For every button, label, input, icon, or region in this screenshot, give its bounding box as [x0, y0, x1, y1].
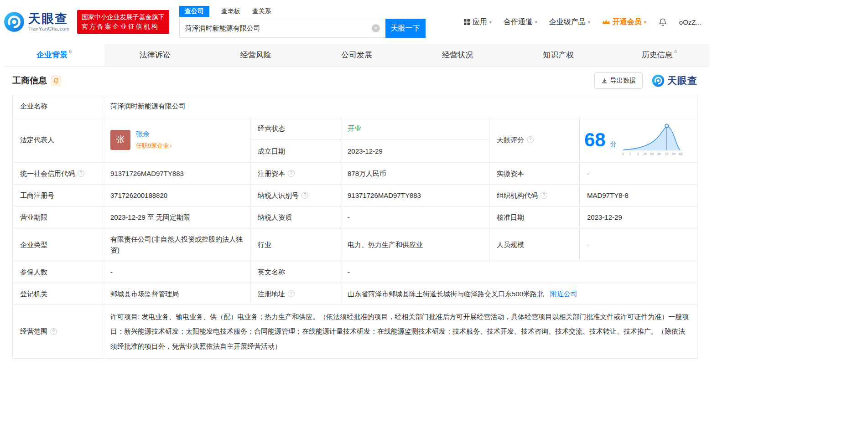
notification-bell-icon[interactable]	[658, 17, 667, 26]
label-established-date: 成立日期	[250, 140, 340, 163]
menu-enterprise-products[interactable]: 企业级产品 ▾	[549, 17, 590, 27]
nav-tab-count: 6	[69, 49, 72, 54]
nav-tab-development[interactable]: 公司发展	[306, 44, 407, 66]
value-company-type: 有限责任公司(非自然人投资或控股的法人独资)	[103, 228, 250, 261]
search-tab-company[interactable]: 查公司	[179, 6, 209, 17]
tianyancha-watermark-icon	[652, 74, 665, 87]
business-info-table: 企业名称 菏泽润时新能源有限公司 法定代表人 张 张余 任职9家企业 ›	[12, 95, 697, 359]
label-paid-capital: 实缴资本	[489, 163, 580, 185]
label-insured-count: 参保人数	[13, 261, 103, 283]
svg-text:85: 85	[657, 152, 661, 155]
nav-tab-ip[interactable]: 知识产权	[508, 44, 609, 66]
value-taxpayer-id: 91371726MAD97TY883	[340, 185, 489, 206]
value-established-date: 2023-12-29	[340, 140, 489, 163]
nearby-companies-link[interactable]: 附近公司	[550, 289, 577, 299]
help-icon[interactable]: ?	[527, 136, 534, 143]
svg-text:15: 15	[643, 152, 647, 155]
clear-icon[interactable]: ×	[372, 24, 380, 32]
menu-apps[interactable]: 应用 ▾	[463, 17, 492, 27]
section-title: 工商信息	[12, 75, 47, 87]
help-icon[interactable]: ?	[541, 192, 547, 199]
label-taxpayer-quality: 纳税人资质	[250, 206, 340, 228]
value-taxpayer-quality: -	[340, 206, 489, 228]
svg-text:1: 1	[629, 152, 631, 155]
nav-tab-label: 企业背景	[36, 50, 68, 60]
user-account[interactable]: oOzZ...	[679, 18, 702, 26]
label-english-name: 英文名称	[250, 261, 340, 283]
chevron-down-icon: ▾	[644, 20, 646, 25]
table-row: 经营范围 ? 许可项目: 发电业务、输电业务、供（配）电业务；热力生产和供应。（…	[13, 305, 697, 359]
value-english-name: -	[340, 261, 697, 283]
label-industry: 行业	[250, 228, 340, 261]
table-row: 登记机关 鄄城县市场监督管理局 注册地址 ? 山东省菏泽市鄄城县陈王街道长城街与…	[13, 283, 697, 305]
legal-rep-positions-label: 任职9家企业	[136, 141, 169, 151]
menu-cooperation[interactable]: 合作通道 ▾	[504, 17, 537, 27]
nav-tab-label: 公司发展	[341, 50, 372, 60]
legal-rep-positions-link[interactable]: 任职9家企业 ›	[136, 141, 172, 151]
value-insured-count: -	[103, 261, 250, 283]
subscribe-bell-icon[interactable]	[51, 75, 62, 86]
company-section-nav: 企业背景6 法律诉讼 经营风险 公司发展 经营状况 知识产权 历史信息4	[4, 44, 710, 67]
label-taxpayer-id: 纳税人识别号 ?	[250, 185, 340, 206]
value-business-term: 2023-12-29 至 无固定期限	[103, 206, 250, 228]
menu-vip[interactable]: 开通会员 ▾	[602, 17, 646, 27]
gov-badge-line1: 国家中小企业发展子基金旗下	[82, 12, 165, 22]
value-reg-number: 371726200188820	[103, 185, 250, 206]
nav-tab-history[interactable]: 历史信息4	[609, 44, 710, 66]
export-data-button[interactable]: 导出数据	[594, 72, 643, 89]
help-icon[interactable]: ?	[50, 328, 57, 335]
legal-rep-name-link[interactable]: 张余	[136, 129, 172, 139]
menu-cooperation-label: 合作通道	[504, 17, 533, 27]
help-icon[interactable]: ?	[301, 192, 308, 199]
search-tab-boss[interactable]: 查老板	[221, 6, 240, 17]
tianyancha-logo[interactable]: 天眼查 TianYanCha.com	[4, 11, 70, 32]
label-org-code: 组织机构代码 ?	[489, 185, 580, 206]
label-staff-size: 人员规模	[489, 228, 580, 261]
table-row: 统一社会信用代码 ? 91371726MAD97TY883 注册资本 ? 878…	[13, 163, 697, 185]
label-reg-capital: 注册资本 ?	[250, 163, 340, 185]
svg-text:50: 50	[650, 152, 654, 155]
svg-text:3: 3	[637, 152, 639, 155]
nav-tab-background[interactable]: 企业背景6	[4, 44, 104, 66]
table-row: 工商注册号 371726200188820 纳税人识别号 ? 91371726M…	[13, 185, 697, 206]
label-company-name: 企业名称	[13, 95, 103, 117]
label-legal-rep: 法定代表人	[13, 117, 103, 163]
value-business-scope: 许可项目: 发电业务、输电业务、供（配）电业务；热力生产和供应。（依法须经批准的…	[103, 305, 697, 359]
value-org-code: MAD97TY8-8	[580, 185, 697, 206]
label-company-type: 企业类型	[13, 228, 103, 261]
table-row: 参保人数 - 英文名称 -	[13, 261, 697, 283]
page: 天眼查 TianYanCha.com 国家中小企业发展子基金旗下 官方备案企业征…	[0, 0, 710, 359]
nav-tab-label: 知识产权	[543, 50, 574, 60]
gov-badge: 国家中小企业发展子基金旗下 官方备案企业征信机构	[77, 10, 169, 34]
value-tianyan-score[interactable]: 68 分 0 1 3 15 50	[580, 117, 697, 163]
search-tabs: 查公司 查老板 查关系	[179, 6, 426, 17]
nav-tab-label: 经营状况	[442, 50, 473, 60]
menu-enterprise-products-label: 企业级产品	[549, 17, 586, 27]
search-input[interactable]	[179, 19, 385, 38]
nav-tab-label: 经营风险	[240, 50, 271, 60]
nav-tab-legal[interactable]: 法律诉讼	[104, 44, 205, 66]
gov-badge-line2: 官方备案企业征信机构	[82, 22, 165, 31]
chevron-down-icon: ▾	[535, 20, 537, 25]
search-tab-relation[interactable]: 查关系	[252, 6, 271, 17]
crown-icon	[602, 19, 610, 25]
value-industry: 电力、热力生产和供应业	[340, 228, 489, 261]
legal-rep-avatar[interactable]: 张	[110, 130, 130, 150]
help-icon[interactable]: ?	[288, 290, 295, 297]
help-icon[interactable]: ?	[288, 170, 295, 177]
nav-tab-risk[interactable]: 经营风险	[205, 44, 306, 66]
svg-text:99: 99	[672, 152, 676, 155]
chevron-right-icon: ›	[170, 141, 172, 151]
table-row: 企业类型 有限责任公司(非自然人投资或控股的法人独资) 行业 电力、热力生产和供…	[13, 228, 697, 261]
section-head: 工商信息 导出数据	[12, 67, 697, 95]
label-approval-date: 核准日期	[489, 206, 580, 228]
nav-tab-label: 历史信息	[642, 50, 673, 60]
search-button[interactable]: 天眼一下	[385, 19, 426, 38]
export-data-label: 导出数据	[610, 77, 636, 85]
svg-text:100: 100	[678, 152, 683, 155]
nav-tab-operation[interactable]: 经营状况	[407, 44, 508, 66]
main-content: 工商信息 导出数据	[0, 67, 710, 359]
value-address: 山东省菏泽市鄄城县陈王街道长城街与临泽路交叉口东500米路北 附近公司	[340, 283, 697, 305]
nav-tab-count: 4	[674, 49, 677, 54]
help-icon[interactable]: ?	[78, 170, 84, 177]
